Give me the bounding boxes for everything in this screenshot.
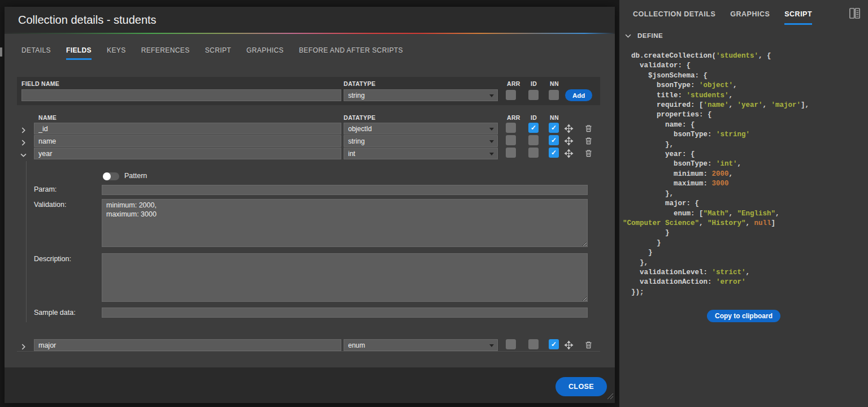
field-name-input[interactable] xyxy=(34,339,341,351)
field-datatype-value: string xyxy=(348,137,364,145)
tab-graphics[interactable]: GRAPHICS xyxy=(246,46,284,60)
field-name-input[interactable] xyxy=(34,135,341,147)
chevron-down-icon[interactable] xyxy=(20,150,27,157)
script-code: db.createCollection('students', { valida… xyxy=(619,39,868,297)
nn-column-label: NN xyxy=(550,80,559,87)
description-label: Description: xyxy=(34,255,71,263)
indent-guide xyxy=(26,161,27,322)
split-view-icon[interactable] xyxy=(848,7,861,22)
dialog-tab-bar: DETAILS FIELDS KEYS REFERENCES SCRIPT GR… xyxy=(5,34,615,60)
field-datatype-select[interactable]: string xyxy=(344,135,498,147)
delete-icon[interactable] xyxy=(584,124,594,134)
nn-checkbox[interactable] xyxy=(549,135,559,145)
id-header: ID xyxy=(531,114,537,121)
move-icon[interactable] xyxy=(564,136,574,146)
define-label: DEFINE xyxy=(637,32,663,39)
tab-collection-details[interactable]: COLLECTION DETAILS xyxy=(633,10,715,25)
field-name-input[interactable] xyxy=(34,148,341,159)
validation-label: Validation: xyxy=(34,201,66,209)
description-textarea[interactable] xyxy=(102,253,588,302)
new-field-id-checkbox[interactable] xyxy=(528,90,539,100)
chevron-right-icon[interactable] xyxy=(20,342,27,349)
side-panel: COLLECTION DETAILS GRAPHICS SCRIPT DEFIN… xyxy=(619,0,868,407)
sample-data-label: Sample data: xyxy=(34,309,76,317)
new-field-datatype-select[interactable]: string xyxy=(344,89,498,101)
arr-checkbox[interactable] xyxy=(506,148,516,158)
field-row-id: objectId xyxy=(17,123,600,135)
field-name-input[interactable] xyxy=(34,123,341,135)
datatype-column-label: DATATYPE xyxy=(344,80,376,87)
tab-before-after-scripts[interactable]: BEFORE AND AFTER SCRIPTS xyxy=(299,46,403,60)
caret-down-icon xyxy=(489,344,494,347)
delete-icon[interactable] xyxy=(584,149,594,159)
tab-fields[interactable]: FIELDS xyxy=(66,46,92,60)
dialog-title: Collection details - students xyxy=(18,14,157,27)
field-datatype-value: enum xyxy=(348,341,365,349)
field-datatype-select[interactable]: int xyxy=(344,148,498,159)
caret-down-icon xyxy=(489,153,494,155)
tab-script[interactable]: SCRIPT xyxy=(205,46,231,60)
move-icon[interactable] xyxy=(564,149,574,159)
chevron-right-icon[interactable] xyxy=(20,138,27,145)
arr-checkbox[interactable] xyxy=(506,135,516,145)
arr-checkbox[interactable] xyxy=(506,339,516,349)
move-icon[interactable] xyxy=(564,340,574,350)
sample-data-input[interactable] xyxy=(102,308,588,318)
copy-button-row: Copy to clipboard xyxy=(619,310,868,322)
pattern-toggle[interactable] xyxy=(103,172,119,180)
fields-list: NAME DATATYPE ARR ID NN objectId xyxy=(17,113,600,352)
validation-textarea[interactable]: minimum: 2000, maximum: 3000 xyxy=(102,199,588,247)
field-detail-panel: Pattern Param: Validation: minimum: 2000… xyxy=(17,161,600,322)
nn-checkbox[interactable] xyxy=(549,339,559,349)
app-root: Collection details - students DETAILS FI… xyxy=(0,0,868,407)
add-field-button[interactable]: Add xyxy=(565,89,592,101)
chevron-right-icon[interactable] xyxy=(20,125,27,132)
param-label: Param: xyxy=(34,185,57,193)
caret-down-icon xyxy=(489,140,494,143)
nn-checkbox[interactable] xyxy=(549,123,559,133)
arr-column-label: ARR xyxy=(507,80,520,87)
define-section-header[interactable]: DEFINE xyxy=(619,25,868,39)
arr-checkbox[interactable] xyxy=(506,123,516,133)
collection-details-dialog: Collection details - students DETAILS FI… xyxy=(5,7,615,403)
new-field-datatype-value: string xyxy=(348,92,364,99)
field-datatype-value: int xyxy=(348,150,355,158)
field-row-name: string xyxy=(17,135,600,147)
tab-graphics-side[interactable]: GRAPHICS xyxy=(730,10,770,25)
close-button[interactable]: CLOSE xyxy=(555,377,607,396)
datatype-header: DATATYPE xyxy=(344,114,376,121)
field-row-year: int xyxy=(17,148,600,159)
tab-keys[interactable]: KEYS xyxy=(107,46,126,60)
new-field-nn-checkbox[interactable] xyxy=(549,90,559,100)
nn-checkbox[interactable] xyxy=(549,148,559,158)
field-datatype-value: objectId xyxy=(348,125,372,133)
tab-references[interactable]: REFERENCES xyxy=(141,46,190,60)
caret-down-icon xyxy=(489,94,494,97)
param-input[interactable] xyxy=(102,185,588,195)
toggle-knob xyxy=(103,172,111,180)
resize-handle-icon[interactable] xyxy=(606,392,614,402)
field-row-major: enum xyxy=(17,339,600,351)
chevron-down-icon xyxy=(625,33,631,39)
dialog-footer: CLOSE xyxy=(5,367,615,403)
arr-header: ARR xyxy=(507,114,520,121)
id-checkbox[interactable] xyxy=(528,339,539,349)
field-datatype-select[interactable]: enum xyxy=(344,339,498,351)
new-field-name-input[interactable] xyxy=(21,89,341,101)
caret-down-icon xyxy=(489,128,494,131)
id-checkbox[interactable] xyxy=(528,148,539,158)
tab-details[interactable]: DETAILS xyxy=(21,46,51,60)
name-header: NAME xyxy=(38,114,57,121)
pattern-label: Pattern xyxy=(124,172,147,180)
move-icon[interactable] xyxy=(564,124,574,134)
id-checkbox[interactable] xyxy=(528,135,539,145)
delete-icon[interactable] xyxy=(584,136,594,146)
id-checkbox[interactable] xyxy=(528,123,539,133)
new-field-arr-checkbox[interactable] xyxy=(506,90,516,100)
copy-to-clipboard-button[interactable]: Copy to clipboard xyxy=(707,310,780,322)
tab-script-side[interactable]: SCRIPT xyxy=(784,10,812,25)
field-datatype-select[interactable]: objectId xyxy=(344,123,498,135)
add-field-panel: FIELD NAME DATATYPE ARR ID NN string Add xyxy=(17,77,600,105)
delete-icon[interactable] xyxy=(584,340,594,350)
id-column-label: ID xyxy=(531,80,537,87)
